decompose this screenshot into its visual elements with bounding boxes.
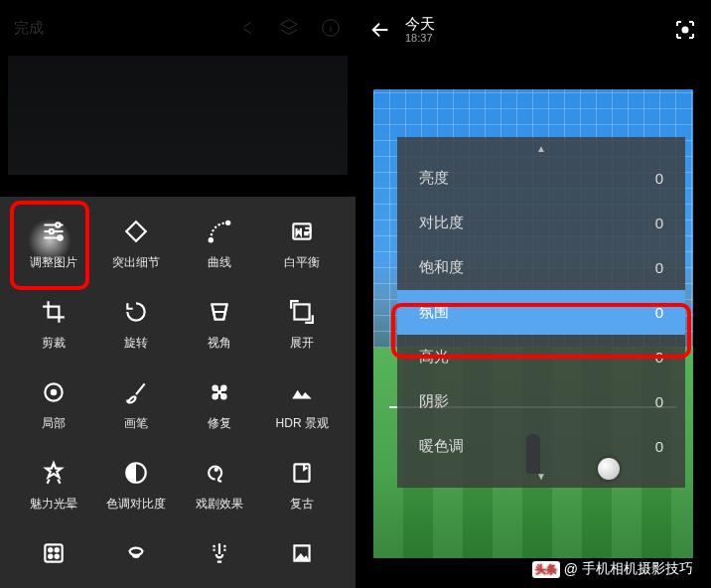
slider-name: 对比度 [419,214,464,232]
wb-icon [287,217,317,246]
watermark-at: @ [564,561,578,577]
right-toolbar: 今天 18:37 [356,0,711,60]
expand-icon [287,297,317,327]
preview-image [8,56,348,175]
slider-name: 高光 [419,348,449,367]
header-time: 18:37 [405,32,659,45]
slider-value: 0 [655,349,663,366]
adjust-panel[interactable]: ▲ 亮度0对比度0饱和度0氛围0高光0阴影0暖色调0 ▼ [397,137,685,488]
svg-point-21 [49,548,52,551]
tool-crop[interactable]: 剪裁 [12,297,95,352]
more-icon-2 [205,538,234,568]
tool-label: 画笔 [124,415,148,432]
tool-label: 曲线 [208,254,231,271]
svg-point-12 [52,390,56,394]
tonal-icon [121,458,151,488]
tool-label: 修复 [208,415,231,432]
svg-point-7 [209,238,212,241]
glamour-icon [39,458,69,488]
slider-value: 0 [655,170,663,187]
more-icon-3 [287,538,317,568]
svg-point-1 [239,26,243,30]
svg-rect-10 [295,304,310,319]
rotate-icon [121,297,151,327]
slider-row-3[interactable]: 氛围0 [397,290,685,335]
share-icon[interactable] [236,17,258,39]
slider-row-4[interactable]: 高光0 [397,335,685,379]
tool-brush[interactable]: 画笔 [95,377,179,432]
slider-value: 0 [655,304,663,321]
slider-row-5[interactable]: 阴影0 [397,379,685,424]
tool-selective[interactable]: 局部 [12,377,95,432]
tool-label: 局部 [42,415,66,432]
slider-knob[interactable] [598,458,620,480]
tool-rotate[interactable]: 旋转 [95,297,179,352]
tool-label: 突出细节 [112,254,160,271]
slider-name: 亮度 [419,169,449,188]
perspective-icon [205,297,234,327]
tool-hdr[interactable]: HDR 景观 [261,377,345,432]
svg-point-22 [55,548,58,551]
crop-icon [39,297,69,327]
tool-healing[interactable]: 修复 [178,377,261,432]
tool-perspective[interactable]: 视角 [178,297,261,352]
tool-label: 旋转 [124,335,148,352]
tools-panel: 调整图片突出细节曲线白平衡剪裁旋转视角展开局部画笔修复HDR 景观魅力光晕色调对… [0,197,356,588]
tool-label: 戏剧效果 [196,496,243,513]
slider-row-0[interactable]: 亮度0 [397,156,685,201]
back-button[interactable] [369,19,391,41]
tool-label: 复古 [290,496,314,513]
svg-point-25 [683,28,688,33]
left-toolbar: 完成 [0,0,356,56]
watermark: 头条 @ 手机相机摄影技巧 [532,560,693,578]
tool-details[interactable]: 突出细节 [95,217,179,271]
left-screen: 完成 调整图片突出细节曲线白平衡剪裁旋转视角展开局部画笔修复HDR 景观魅力光晕… [0,0,356,588]
brush-icon [121,377,151,407]
tool-expand[interactable]: 展开 [261,297,345,352]
slider-name: 饱和度 [419,258,464,277]
tool-tune[interactable]: 调整图片 [12,217,95,271]
slider-row-1[interactable]: 对比度0 [397,201,685,245]
slider-value: 0 [655,438,663,455]
tune-icon [39,217,69,246]
slider-row-6[interactable]: 暖色调0 [397,424,685,469]
svg-point-8 [226,221,229,224]
vintage-icon [287,458,317,488]
tool-label: 调整图片 [30,254,77,271]
watermark-text: 手机相机摄影技巧 [582,560,693,578]
tool-label: HDR 景观 [276,415,329,432]
more-icon-0 [39,538,69,568]
svg-point-23 [49,555,52,558]
tool-label: 白平衡 [284,254,320,271]
tool-more-3[interactable] [261,538,345,568]
tool-label: 视角 [208,335,231,352]
header-meta: 今天 18:37 [405,15,659,45]
capture-icon[interactable] [673,18,697,42]
hdr-icon [287,377,317,407]
curves-icon [205,217,234,246]
info-icon[interactable] [320,17,342,39]
done-button[interactable]: 完成 [14,19,216,38]
svg-rect-20 [45,544,62,561]
tool-glamour[interactable]: 魅力光晕 [12,458,95,513]
chevron-down-icon: ▼ [397,469,685,484]
tool-tonal[interactable]: 色调对比度 [95,458,179,513]
tool-wb[interactable]: 白平衡 [261,217,345,271]
slider-value: 0 [655,393,663,410]
healing-icon [205,377,234,407]
layers-icon[interactable] [278,17,300,39]
tool-curves[interactable]: 曲线 [178,217,261,271]
right-screen: 今天 18:37 ▲ 亮度0对比度0饱和度0氛围0高光0阴影0暖色调0 ▼ [356,0,711,588]
tool-label: 剪裁 [42,335,66,352]
tool-more-1[interactable] [95,538,179,568]
svg-point-24 [55,555,58,558]
svg-point-4 [56,222,60,226]
tool-more-0[interactable] [12,538,95,568]
tool-more-2[interactable] [178,538,261,568]
tool-drama[interactable]: 戏剧效果 [178,458,261,513]
svg-point-2 [250,32,254,36]
chevron-up-icon: ▲ [397,141,685,156]
header-title: 今天 [405,15,659,32]
slider-row-2[interactable]: 饱和度0 [397,245,685,290]
tool-vintage[interactable]: 复古 [261,458,345,513]
